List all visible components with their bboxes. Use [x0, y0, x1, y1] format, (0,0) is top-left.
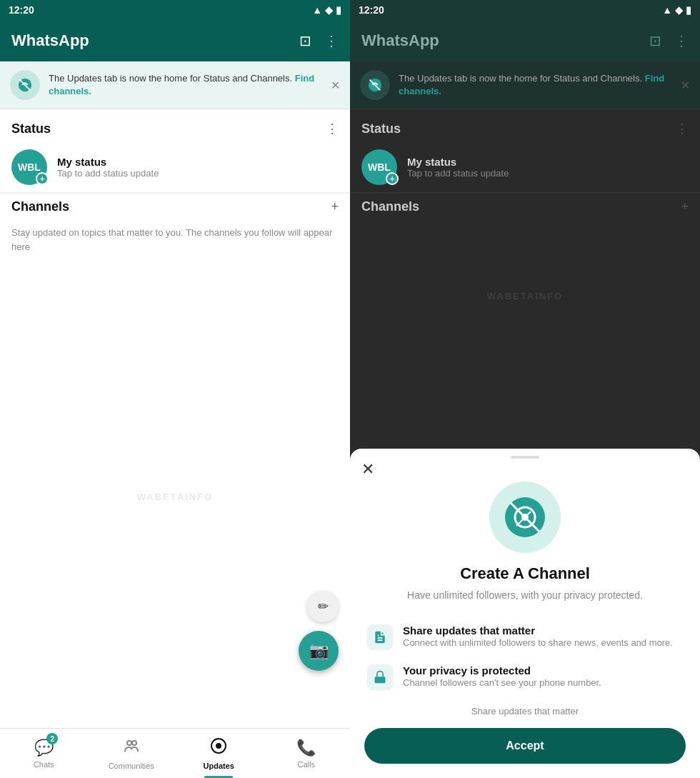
right-status-section-header: Status ⋮	[350, 109, 700, 142]
left-nav-updates[interactable]: Updates	[175, 729, 263, 778]
calls-nav-icon: 📞	[296, 739, 316, 757]
communities-nav-icon	[123, 737, 140, 759]
sheet-feature-2: Your privacy is protected Channel follow…	[350, 657, 700, 697]
left-status-info: My status Tap to add status update	[57, 156, 159, 179]
right-signal-icon: ◆	[675, 4, 683, 16]
left-channels-desc: Stay updated on topics that matter to yo…	[11, 220, 339, 265]
right-header: WhatsApp ⊡ ⋮	[350, 20, 700, 61]
chats-nav-badge: 2	[46, 733, 58, 744]
left-status-name: My status	[57, 156, 159, 168]
sheet-feature-1: Share updates that matter Connect with u…	[350, 617, 700, 657]
left-nav-communities[interactable]: Communities	[88, 729, 176, 778]
left-fab-camera[interactable]: 📷	[299, 631, 339, 671]
left-my-status-item[interactable]: WBL + My status Tap to add status update	[0, 142, 350, 193]
left-bottom-nav: 💬 Chats 2 Communities	[0, 728, 350, 778]
right-status-menu-icon[interactable]: ⋮	[676, 121, 689, 136]
right-channels-section-header: Channels +	[350, 193, 700, 220]
left-status-icons: ▲ ◆ ▮	[312, 4, 341, 16]
wifi-icon: ▲	[312, 4, 322, 16]
left-status-bar: 12:20 ▲ ◆ ▮	[0, 0, 350, 20]
updates-nav-icon	[210, 737, 227, 759]
left-header: WhatsApp ⊡ ⋮	[0, 20, 350, 61]
sheet-title: Create A Channel	[350, 564, 700, 589]
left-fab-edit[interactable]: ✏	[307, 591, 339, 622]
bottom-sheet: ✕ Create A Channel Have unlimited follow…	[350, 449, 700, 778]
right-header-icons: ⊡ ⋮	[649, 32, 689, 49]
svg-rect-14	[375, 677, 386, 683]
feature-1-title: Share updates that matter	[403, 624, 673, 637]
calls-nav-label: Calls	[298, 760, 315, 769]
right-camera-icon[interactable]: ⊡	[649, 32, 661, 49]
right-panel: 12:20 ▲ ◆ ▮ WhatsApp ⊡ ⋮ The Updates	[350, 0, 700, 778]
right-banner-text: The Updates tab is now the home for Stat…	[399, 72, 672, 98]
sheet-icon-circle	[489, 482, 561, 553]
left-status-avatar: WBL +	[11, 149, 47, 185]
feature-2-text: Your privacy is protected Channel follow…	[403, 664, 601, 689]
channel-icon	[504, 496, 546, 539]
privacy-feature-icon	[367, 664, 393, 690]
left-fab-container: ✏ 📷	[299, 591, 339, 671]
left-watermark: WABETAINFO	[137, 492, 213, 502]
right-channels-add-icon[interactable]: +	[681, 199, 689, 214]
feature-2-desc: Channel followers can't see your phone n…	[403, 677, 601, 689]
right-status-icons: ▲ ◆ ▮	[662, 4, 691, 16]
left-status-title: Status	[11, 121, 51, 136]
sheet-handle	[511, 456, 539, 459]
communities-nav-label: Communities	[109, 762, 154, 770]
left-main-area: WABETAINFO ✏ 📷	[0, 265, 350, 728]
share-feature-icon	[367, 624, 393, 650]
accept-button[interactable]: Accept	[364, 728, 686, 764]
chats-nav-label: Chats	[34, 760, 54, 769]
left-channels-section-header: Channels +	[0, 193, 350, 220]
right-wifi-icon: ▲	[662, 4, 672, 16]
left-banner-text: The Updates tab is now the home for Stat…	[49, 72, 322, 98]
right-status-sub: Tap to add status update	[407, 168, 509, 179]
left-header-icons: ⊡ ⋮	[299, 32, 339, 49]
left-channels-title: Channels	[11, 199, 69, 214]
left-channels-add-icon[interactable]: +	[331, 199, 339, 214]
left-panel: 12:20 ▲ ◆ ▮ WhatsApp ⊡ ⋮ The Updates tab…	[0, 0, 350, 778]
battery-icon: ▮	[336, 4, 341, 16]
left-nav-calls[interactable]: 📞 Calls	[263, 729, 351, 778]
left-status-section-header: Status ⋮	[0, 109, 350, 142]
updates-nav-label: Updates	[204, 762, 234, 770]
left-menu-icon[interactable]: ⋮	[324, 32, 339, 49]
right-banner: The Updates tab is now the home for Stat…	[350, 61, 700, 109]
left-avatar-plus-icon: +	[36, 172, 49, 185]
right-avatar-plus-icon: +	[386, 172, 399, 185]
right-status-name: My status	[407, 156, 509, 168]
left-app-title: WhatsApp	[11, 31, 89, 50]
svg-point-5	[216, 743, 221, 749]
left-banner: The Updates tab is now the home for Stat…	[0, 61, 350, 109]
left-camera-icon[interactable]: ⊡	[299, 32, 311, 49]
left-channels-desc-container: Stay updated on topics that matter to yo…	[0, 220, 350, 265]
sheet-close-button[interactable]: ✕	[361, 460, 374, 479]
feature-1-desc: Connect with unlimited followers to shar…	[403, 637, 673, 649]
feature-2-title: Your privacy is protected	[403, 664, 601, 677]
right-my-status-item[interactable]: WBL + My status Tap to add status update	[350, 142, 700, 193]
right-status-info: My status Tap to add status update	[407, 156, 509, 179]
edit-icon: ✏	[318, 599, 329, 614]
right-menu-icon[interactable]: ⋮	[674, 32, 689, 49]
left-status-menu-icon[interactable]: ⋮	[326, 121, 339, 136]
left-banner-icon-circle	[10, 70, 40, 100]
left-time: 12:20	[9, 4, 34, 16]
right-banner-icon-circle	[360, 70, 390, 100]
right-status-bar: 12:20 ▲ ◆ ▮	[350, 0, 700, 20]
sheet-subtitle: Have unlimited followers, with your priv…	[350, 589, 700, 617]
sheet-icon-area	[350, 464, 700, 564]
right-status-avatar: WBL +	[361, 149, 397, 185]
left-banner-close[interactable]: ✕	[331, 79, 340, 92]
right-banner-close[interactable]: ✕	[681, 79, 690, 92]
right-app-title: WhatsApp	[361, 31, 439, 50]
svg-point-3	[132, 741, 136, 745]
sheet-share-link[interactable]: Share updates that matter	[350, 697, 700, 722]
right-battery-icon: ▮	[686, 4, 691, 16]
right-status-title: Status	[361, 121, 401, 136]
signal-icon: ◆	[325, 4, 333, 16]
left-status-sub: Tap to add status update	[57, 168, 159, 179]
camera-fab-icon: 📷	[309, 642, 329, 660]
left-nav-chats[interactable]: 💬 Chats 2	[0, 729, 88, 778]
muted-icon	[17, 77, 33, 93]
feature-1-text: Share updates that matter Connect with u…	[403, 624, 673, 649]
